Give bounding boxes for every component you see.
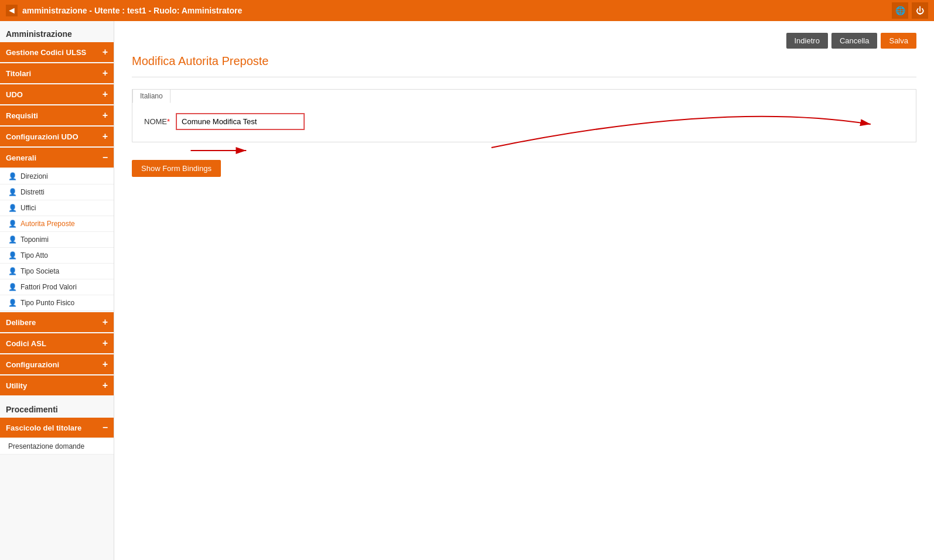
sidebar-item-uffici[interactable]: 👤 Uffici <box>0 200 114 216</box>
expand-icon: + <box>103 359 108 370</box>
expand-icon: + <box>103 317 108 327</box>
power-button[interactable]: ⏻ <box>912 2 928 19</box>
sidebar-item-tipo-punto-fisico[interactable]: 👤 Tipo Punto Fisico <box>0 295 114 311</box>
person-icon: 👤 <box>8 251 17 259</box>
person-icon: 👤 <box>8 204 17 212</box>
sidebar-item-tipo-atto[interactable]: 👤 Tipo Atto <box>0 248 114 264</box>
expand-icon: + <box>103 380 108 391</box>
expand-icon: + <box>103 110 108 121</box>
cancel-button[interactable]: Cancella <box>831 33 878 49</box>
app-title: amministrazione - Utente : test1 - Ruolo… <box>22 6 242 15</box>
sidebar-item-requisiti[interactable]: Requisiti + <box>0 105 114 125</box>
sidebar-item-titolari[interactable]: Titolari + <box>0 63 114 83</box>
sidebar-section-amministrazione: Amministrazione <box>0 21 114 42</box>
sidebar-item-configurazioni[interactable]: Configurazioni + <box>0 354 114 374</box>
sidebar-item-codici-asl[interactable]: Codici ASL + <box>0 333 114 353</box>
sidebar-item-fattori-prod-valori[interactable]: 👤 Fattori Prod Valori <box>0 279 114 295</box>
sidebar-item-udo[interactable]: UDO + <box>0 84 114 104</box>
save-button[interactable]: Salva <box>881 33 916 49</box>
title-divider <box>132 77 916 77</box>
back-button[interactable]: Indietro <box>786 33 828 49</box>
sidebar-item-configurazioni-udo[interactable]: Configurazioni UDO + <box>0 127 114 146</box>
person-icon: 👤 <box>8 267 17 275</box>
nome-input[interactable] <box>176 113 305 130</box>
page-title: Modifica Autorita Preposte <box>132 54 916 68</box>
app-header: ◄ amministrazione - Utente : test1 - Ruo… <box>0 0 934 21</box>
sidebar-item-gestione-codici[interactable]: Gestione Codici ULSS + <box>0 42 114 62</box>
expand-icon: + <box>103 47 108 57</box>
collapse-icon: − <box>103 422 108 433</box>
person-icon: 👤 <box>8 283 17 291</box>
field-label-nome: NOME* <box>144 117 170 126</box>
sidebar-item-utility[interactable]: Utility + <box>0 375 114 395</box>
expand-icon: + <box>103 338 108 349</box>
sidebar-item-fascicolo-titolare[interactable]: Fascicolo del titolare − <box>0 418 114 438</box>
main-content-area: Indietro Cancella Salva Modifica Autorit… <box>114 21 934 560</box>
person-icon: 👤 <box>8 188 17 196</box>
person-icon: 👤 <box>8 235 17 244</box>
sidebar-item-autorita-preposte[interactable]: 👤 Autorita Preposte <box>0 216 114 232</box>
expand-icon: + <box>103 68 108 78</box>
expand-icon: + <box>103 131 108 142</box>
globe-button[interactable]: 🌐 <box>892 2 908 19</box>
form-tab-italiano[interactable]: Italiano <box>132 89 171 103</box>
person-icon: 👤 <box>8 299 17 307</box>
form-row-nome: NOME* <box>144 113 904 130</box>
sidebar-item-toponimi[interactable]: 👤 Toponimi <box>0 232 114 248</box>
collapse-icon: − <box>103 152 108 163</box>
required-marker: * <box>167 117 170 126</box>
expand-icon: + <box>103 89 108 100</box>
sidebar: Amministrazione Gestione Codici ULSS + T… <box>0 21 114 560</box>
sidebar-item-tipo-societa[interactable]: 👤 Tipo Societa <box>0 264 114 279</box>
form-area: Italiano NOME* <box>132 89 916 142</box>
sidebar-item-generali[interactable]: Generali − <box>0 148 114 168</box>
sidebar-item-presentazione-domande[interactable]: Presentazione domande <box>0 439 114 455</box>
person-icon: 👤 <box>8 172 17 180</box>
person-icon: 👤 <box>8 220 17 228</box>
fascicolo-submenu: Presentazione domande <box>0 439 114 455</box>
sidebar-item-distretti[interactable]: 👤 Distretti <box>0 185 114 200</box>
back-arrow-icon[interactable]: ◄ <box>6 5 18 16</box>
sidebar-section-procedimenti: Procedimenti <box>0 397 114 418</box>
generali-submenu: 👤 Direzioni 👤 Distretti 👤 Uffici 👤 Autor… <box>0 169 114 311</box>
sidebar-item-direzioni[interactable]: 👤 Direzioni <box>0 169 114 185</box>
sidebar-item-delibere[interactable]: Delibere + <box>0 312 114 332</box>
main-toolbar: Indietro Cancella Salva <box>132 33 916 49</box>
show-form-bindings-button[interactable]: Show Form Bindings <box>132 160 221 177</box>
